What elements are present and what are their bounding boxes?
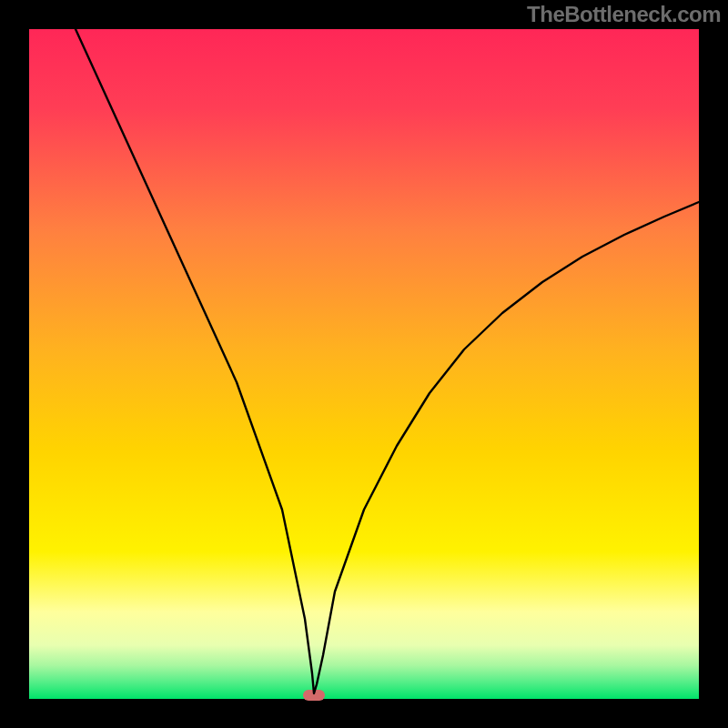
watermark-text: TheBottleneck.com — [527, 2, 721, 27]
chart-svg — [0, 0, 728, 728]
plot-background — [29, 29, 699, 699]
chart-container: TheBottleneck.com — [0, 0, 728, 728]
